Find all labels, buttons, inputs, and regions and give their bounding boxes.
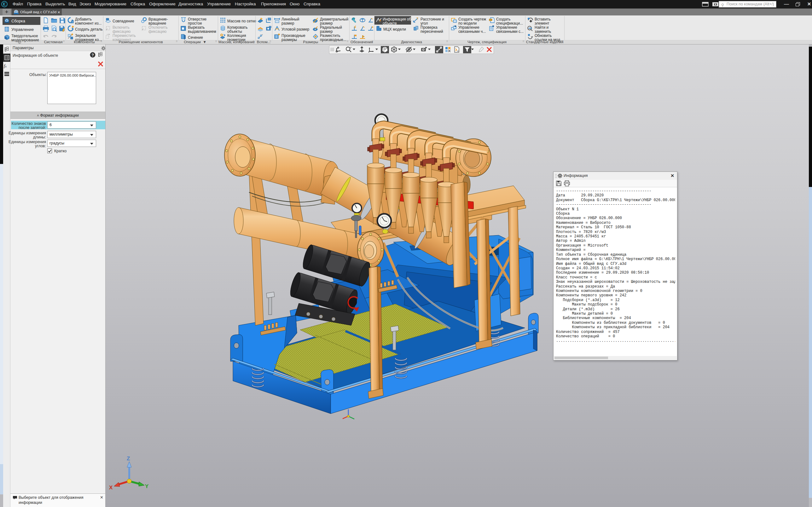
svg-text:X: X	[109, 485, 113, 491]
svg-text:Y: Y	[145, 483, 149, 489]
svg-text:?: ?	[92, 53, 94, 57]
svg-text:Z: Z	[127, 456, 130, 462]
